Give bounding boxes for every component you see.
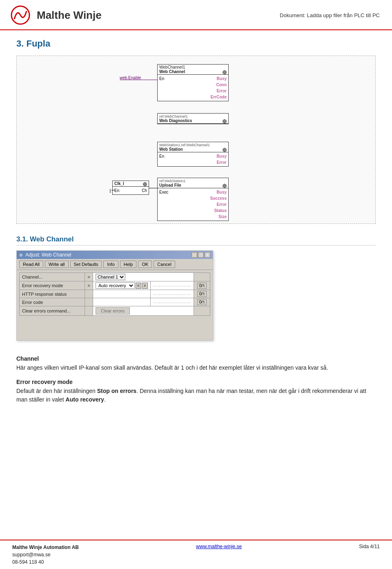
footer-website[interactable]: www.malthe-winje.se — [196, 544, 242, 549]
web-diag-block: ref:WebChannel1 Web Diagnostics — [157, 113, 229, 124]
error-code-label: Error code — [20, 298, 85, 306]
page-header: Malthe Winje Dokument: Ladda upp filer f… — [0, 0, 392, 30]
minimize-btn[interactable]: ─ — [192, 252, 197, 258]
error-recovery-label: Error recovery mode — [20, 281, 85, 290]
error-recovery-select-area[interactable]: Auto recovery Stop on errors < > — [96, 282, 148, 289]
port-busy: Busy — [217, 76, 227, 82]
error-recovery-next-btn[interactable]: > — [142, 283, 148, 289]
web-channel-block: WebChannel1 Web Channel En Busy Conn — [157, 64, 229, 101]
error-recovery-paragraph-body: Default är den här inställningen Stop on… — [16, 387, 376, 404]
document-label: Dokument: Ladda upp filer från PLC till … — [280, 12, 380, 18]
web-channel-error-row: Error — [159, 88, 227, 94]
fupla-blocks-container: WebChannel1 Web Channel En Busy Conn — [108, 60, 284, 219]
port-error: Error — [217, 88, 227, 94]
error-recovery-prev-btn[interactable]: < — [136, 283, 141, 289]
dialog-titlebar: ⚙ Adjust: Web Channel ─ □ ✕ — [17, 251, 213, 259]
web-station-dot — [223, 148, 227, 152]
port-upload-error: Error — [217, 201, 227, 208]
port-clk-en: En — [114, 187, 119, 194]
dialog-body: Channel... > Channel 1 — [17, 270, 213, 340]
restore-btn[interactable]: □ — [198, 252, 204, 258]
channel-paragraph-heading: Channel — [16, 355, 376, 362]
clear-errors-label: Clear errors command... — [20, 306, 85, 316]
help-button[interactable]: Help — [120, 261, 137, 268]
error-recovery-bold1: Stop on errors — [97, 388, 136, 394]
footer-company: Malthe Winje Automation AB — [12, 544, 79, 550]
cancel-button[interactable]: Cancel — [154, 261, 175, 268]
section31-title: Web Channel — [30, 235, 74, 243]
http-value — [93, 290, 151, 298]
web-diag-ref: ref:WebChannel1 — [159, 114, 188, 118]
error-recovery-ow[interactable]: 0⊓ — [197, 283, 207, 289]
channel-label: Channel... — [20, 273, 85, 281]
web-channel-dot — [223, 70, 227, 74]
web-station-title: WebStation1.ref:WebChannel1 Web Station — [158, 142, 228, 152]
error-recovery-bold2: Auto recovery — [66, 396, 104, 403]
fupla-diagram: WebChannel1 Web Channel En Busy Conn — [16, 56, 376, 224]
clear-errors-value[interactable]: Clear errors — [93, 306, 194, 316]
table-row-error-code: Error code -------------------- 0⊓ — [20, 298, 210, 306]
web-station-name: Web Station — [159, 147, 183, 152]
upload-error: Error — [159, 201, 227, 208]
set-defaults-button[interactable]: Set Defaults — [70, 261, 102, 268]
info-button[interactable]: Info — [103, 261, 118, 268]
upload-dot — [223, 184, 227, 188]
dialog-icon: ⚙ — [19, 253, 23, 257]
footer-phone: 08-594 118 40 — [12, 559, 44, 565]
web-station-ref: WebStation1.ref:WebChannel1 — [159, 143, 210, 147]
read-all-button[interactable]: Read All — [19, 261, 43, 268]
web-channel-conn-row: Conn — [159, 82, 227, 88]
ok-button[interactable]: OK — [138, 261, 152, 268]
web-channel-en-row: En Busy — [159, 76, 227, 82]
error-code-ow[interactable]: 0⊓ — [197, 299, 207, 305]
port-upload-busy: Busy — [217, 189, 227, 195]
http-arrow — [85, 290, 93, 298]
logo-text: Malthe Winje — [37, 9, 102, 22]
port-exec: Exec — [159, 189, 168, 195]
error-recovery-dash: -------------------- — [150, 281, 194, 290]
footer-left: Malthe Winje Automation AB support@mwa.s… — [12, 544, 79, 566]
page-footer: Malthe Winje Automation AB support@mwa.s… — [0, 540, 392, 569]
http-label: HTTP response status — [20, 290, 85, 298]
clear-errors-ow-empty — [194, 306, 210, 316]
port-ws-error: Error — [217, 159, 227, 165]
clk-block: Clk_I En Ch — [112, 181, 149, 195]
section3-number: 3. — [16, 38, 24, 49]
error-recovery-ow-btn[interactable]: 0⊓ — [194, 281, 210, 290]
clk-en-ch: En Ch — [114, 187, 147, 194]
channel-arrow: > — [85, 273, 93, 281]
http-ow-btn[interactable]: 0⊓ — [194, 290, 210, 298]
channel-ow-empty — [194, 273, 210, 281]
web-station-block: WebStation1.ref:WebChannel1 Web Station … — [157, 142, 229, 167]
ws-error: Error — [159, 159, 227, 165]
web-diag-title: ref:WebChannel1 Web Diagnostics — [158, 114, 228, 124]
dialog-titlebar-left: ⚙ Adjust: Web Channel — [19, 252, 71, 258]
error-recovery-select[interactable]: Auto recovery Stop on errors — [96, 282, 135, 289]
clk-title: Clk_I — [113, 181, 149, 187]
upload-status: Status — [159, 208, 227, 214]
error-code-ow-btn[interactable]: 0⊓ — [194, 298, 210, 306]
channel-dropdown[interactable]: Channel 1 — [96, 274, 191, 280]
table-row-error-recovery: Error recovery mode > Auto recovery Stop… — [20, 281, 210, 290]
upload-ref: ref:WebStation1 — [159, 179, 185, 183]
http-ow[interactable]: 0⊓ — [197, 291, 207, 297]
main-content: 3. Fupla WebChannel1 Web Channel En Busy — [0, 30, 392, 416]
http-dash: -------------------- — [150, 290, 194, 298]
footer-website-link[interactable]: www.malthe-winje.se — [196, 544, 242, 549]
web-channel-title: WebChannel1 Web Channel — [158, 65, 228, 75]
footer-page: Sida 4/11 — [359, 544, 380, 549]
close-btn[interactable]: ✕ — [205, 252, 210, 258]
upload-name: Upload File — [159, 183, 181, 187]
table-row-clear-errors: Clear errors command... Clear errors — [20, 306, 210, 316]
port-status: Status — [214, 208, 227, 214]
error-recovery-arrow: > — [85, 281, 93, 290]
dialog-empty-space — [19, 317, 210, 338]
footer-email: support@mwa.se — [12, 552, 51, 558]
ch-exec-wire — [149, 188, 158, 188]
channel-select[interactable]: Channel 1 — [96, 274, 125, 280]
write-all-button[interactable]: Write all — [45, 261, 69, 268]
dialog-table: Channel... > Channel 1 — [19, 272, 210, 316]
upload-success: Success — [159, 195, 227, 201]
enable-wire-h — [120, 80, 157, 80]
clear-errors-button[interactable]: Clear errors — [96, 307, 130, 315]
